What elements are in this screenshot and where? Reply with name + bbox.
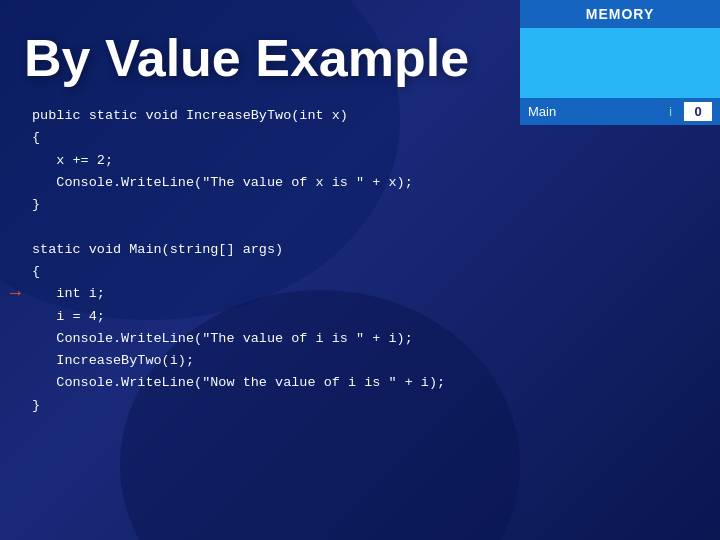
code-line-9: i = 4; (32, 306, 696, 328)
arrow-indicator: → (10, 280, 21, 310)
memory-content-area (520, 28, 720, 98)
code-line-10: Console.WriteLine("The value of i is " +… (32, 328, 696, 350)
code-line-13: } (32, 395, 696, 417)
memory-title: MEMORY (586, 6, 654, 22)
memory-variable-row: Main i 0 (520, 98, 720, 125)
code-line-7: { (32, 261, 696, 283)
memory-header: MEMORY (520, 0, 720, 28)
code-line-3: Console.WriteLine("The value of x is " +… (32, 172, 696, 194)
code-line-1: { (32, 127, 696, 149)
code-line-2: x += 2; (32, 150, 696, 172)
memory-var-value: 0 (684, 102, 712, 121)
code-line-6: static void Main(string[] args) (32, 239, 696, 261)
code-line-5 (32, 217, 696, 239)
code-line-12: Console.WriteLine("Now the value of i is… (32, 372, 696, 394)
memory-panel: MEMORY Main i 0 (520, 0, 720, 125)
code-block: public static void IncreaseByTwo(int x) … (32, 105, 696, 417)
code-line-8: → int i; (32, 283, 696, 305)
memory-scope-label: Main (528, 104, 661, 119)
code-line-4: } (32, 194, 696, 216)
code-line-11: IncreaseByTwo(i); (32, 350, 696, 372)
memory-var-name-label: i (669, 105, 672, 119)
